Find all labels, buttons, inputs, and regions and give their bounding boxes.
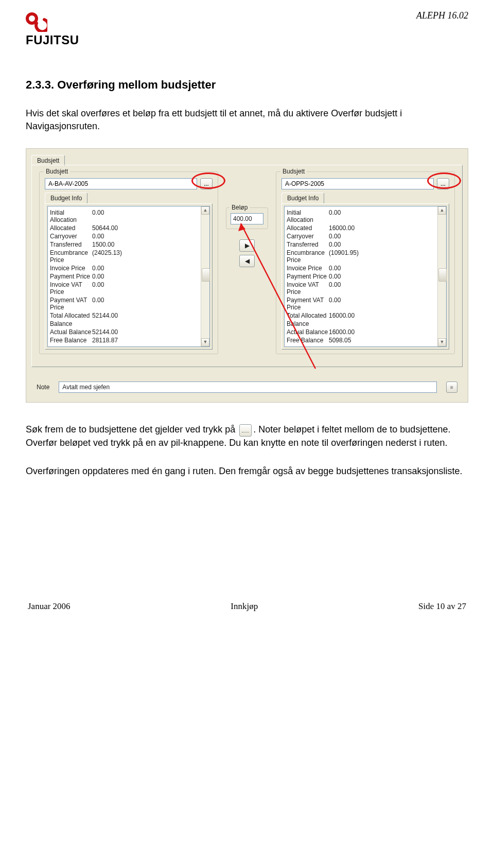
- budget-info-row: Transferred0.00: [286, 240, 436, 249]
- section-heading: 2.3.3. Overføring mellom budsjetter: [26, 78, 468, 92]
- transfer-center: Beløp 400.00 ▶ ◀: [225, 171, 269, 270]
- right-budget-code-input[interactable]: A-OPPS-2005: [281, 178, 434, 189]
- annotation-circle-right: [427, 172, 461, 189]
- scroll-up-icon[interactable]: ▲: [201, 206, 209, 215]
- budget-info-row: Total Allocated52144.00: [49, 311, 200, 320]
- right-budget-panel: Budsjett A-OPPS-2005 … Budget Info Initi…: [276, 171, 455, 354]
- budget-info-row: Invoice VAT Price0.00: [49, 281, 200, 296]
- left-subtab-budgetinfo[interactable]: Budget Info: [45, 193, 87, 203]
- budget-info-row: Payment Price0.00: [286, 272, 436, 281]
- transfer-left-button[interactable]: ◀: [239, 255, 255, 267]
- budget-info-row: Payment VAT Price0.00: [286, 296, 436, 311]
- left-budget-panel: Budsjett A-BA-AV-2005 … Budget Info Init…: [39, 171, 218, 354]
- budget-info-row: Payment Price0.00: [49, 272, 200, 281]
- budget-info-row: Initial Allocation0.00: [49, 209, 200, 224]
- scroll-up-icon[interactable]: ▲: [438, 206, 446, 215]
- budget-info-row: Invoice Price0.00: [286, 264, 436, 272]
- budget-info-row: Encumbrance Price(24025.13): [49, 249, 200, 264]
- tab-budsjett[interactable]: Budsjett: [31, 155, 65, 166]
- budget-info-row: Balance: [49, 320, 200, 328]
- transfer-right-button[interactable]: ▶: [239, 239, 255, 252]
- budget-info-row: Invoice Price0.00: [49, 264, 200, 272]
- right-subtab-budgetinfo[interactable]: Budget Info: [281, 193, 324, 203]
- note-label: Note: [37, 384, 49, 391]
- left-legend: Budsjett: [44, 168, 70, 175]
- browse-button-inline-icon: [239, 424, 252, 437]
- scroll-thumb[interactable]: [202, 268, 210, 282]
- amount-label: Beløp: [230, 204, 250, 211]
- left-budget-info: Initial Allocation0.00Allocated50644.00C…: [48, 206, 201, 346]
- paragraph-2: Søk frem de to budsjettene det gjelder v…: [26, 423, 468, 449]
- budget-info-row: Actual Balance52144.00: [49, 328, 200, 336]
- footer-center: Innkjøp: [231, 601, 258, 612]
- budget-info-row: Initial Allocation0.00: [286, 209, 436, 224]
- amount-input[interactable]: 400.00: [231, 213, 263, 224]
- budget-info-row: Encumbrance Price(10901.95): [286, 249, 436, 264]
- right-budget-info: Initial Allocation0.00Allocated16000.00C…: [285, 206, 437, 346]
- budget-info-row: Total Allocated16000.00: [286, 311, 436, 320]
- scroll-thumb[interactable]: [438, 268, 447, 282]
- budget-info-row: Allocated16000.00: [286, 224, 436, 232]
- budget-info-row: Carryover0.00: [286, 232, 436, 240]
- budget-info-row: Free Balance5098.05: [286, 336, 436, 344]
- left-budget-code-input[interactable]: A-BA-AV-2005: [45, 178, 197, 189]
- budget-info-row: Balance: [286, 320, 436, 328]
- budget-info-row: Actual Balance16000.00: [286, 328, 436, 336]
- paragraph-3: Overføringen oppdateres med én gang i ru…: [26, 465, 468, 478]
- svg-point-0: [27, 14, 37, 23]
- budget-info-row: Allocated50644.00: [49, 224, 200, 232]
- footer-left: Januar 2006: [28, 601, 70, 612]
- budget-info-row: Transferred1500.00: [49, 240, 200, 249]
- right-legend: Budsjett: [280, 168, 307, 175]
- fujitsu-logo: FUJITSU: [26, 10, 79, 47]
- budget-info-row: Carryover0.00: [49, 232, 200, 240]
- note-expand-button[interactable]: ≡: [446, 381, 457, 393]
- header-product: ALEPH 16.02: [416, 10, 468, 21]
- footer-right: Side 10 av 27: [418, 601, 466, 612]
- budget-info-row: Free Balance28118.87: [49, 336, 200, 344]
- right-scrollbar[interactable]: ▲ ▼: [437, 206, 446, 346]
- scroll-down-icon[interactable]: ▼: [201, 338, 209, 346]
- budget-transfer-window: Budsjett Budsjett A-BA-AV-2005 … Budget …: [26, 148, 468, 403]
- note-input[interactable]: Avtalt med sjefen: [59, 381, 437, 393]
- logo-text: FUJITSU: [26, 33, 79, 47]
- annotation-circle-left: [191, 172, 225, 189]
- scroll-down-icon[interactable]: ▼: [438, 338, 446, 346]
- budget-info-row: Invoice VAT Price0.00: [286, 281, 436, 296]
- paragraph-1: Hvis det skal overføres et beløp fra ett…: [26, 107, 468, 133]
- left-scrollbar[interactable]: ▲ ▼: [201, 206, 209, 346]
- budget-info-row: Payment VAT Price0.00: [49, 296, 200, 311]
